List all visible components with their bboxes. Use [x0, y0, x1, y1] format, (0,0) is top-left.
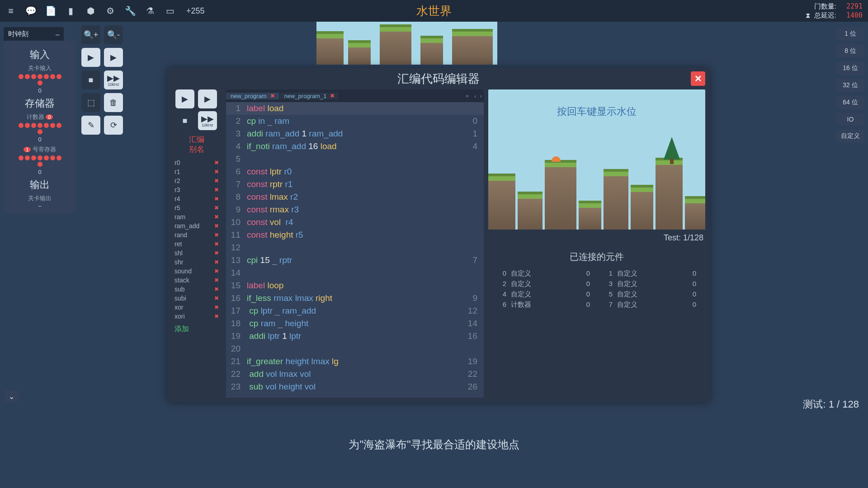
- file-icon[interactable]: 📄: [45, 5, 56, 16]
- code-line[interactable]: 9const rmax r3: [226, 203, 484, 216]
- code-line[interactable]: 6const lptr r0: [226, 165, 484, 178]
- alias-row[interactable]: r1✖: [172, 167, 222, 176]
- delete-alias-icon[interactable]: ✖: [214, 169, 219, 175]
- bit-32[interactable]: 32 位: [836, 79, 864, 92]
- code-line[interactable]: 22 add vol lmax vol22: [226, 368, 484, 380]
- code-line[interactable]: 13cpi 15 _ rptr7: [226, 254, 484, 267]
- delete-alias-icon[interactable]: ✖: [214, 205, 219, 211]
- stop-button[interactable]: ■: [81, 70, 100, 89]
- input-bits[interactable]: [17, 74, 62, 85]
- alias-row[interactable]: r4✖: [172, 194, 222, 203]
- delete-alias-icon[interactable]: ✖: [214, 241, 219, 247]
- bit-8[interactable]: 8 位: [836, 44, 864, 58]
- close-icon[interactable]: ✕: [691, 71, 705, 86]
- code-line[interactable]: 19 addi lptr 1 lptr16: [226, 330, 484, 343]
- counter-bits[interactable]: [17, 123, 62, 134]
- delete-alias-icon[interactable]: ✖: [214, 214, 219, 220]
- asm-stop-button[interactable]: ■: [175, 111, 194, 130]
- book-icon[interactable]: ▮: [65, 5, 76, 16]
- code-line[interactable]: 18 cp ram _ height14: [226, 317, 484, 330]
- bit-io[interactable]: IO: [836, 113, 864, 126]
- tab[interactable]: new_program✖: [226, 93, 280, 99]
- tab[interactable]: new_program_1✖: [280, 93, 340, 99]
- add-alias-button[interactable]: 添加: [172, 324, 189, 334]
- close-tab-icon[interactable]: ✖: [270, 93, 275, 99]
- code-line[interactable]: 14: [226, 267, 484, 279]
- delete-alias-icon[interactable]: ✖: [214, 295, 219, 301]
- delete-alias-icon[interactable]: ✖: [214, 313, 219, 319]
- wrench-icon[interactable]: 🔧: [125, 5, 136, 16]
- close-tab-icon[interactable]: ✖: [330, 93, 335, 99]
- alias-row[interactable]: xori✖: [172, 312, 222, 321]
- tree-icon[interactable]: ⬢: [85, 5, 96, 16]
- bit-64[interactable]: 64 位: [836, 96, 864, 109]
- code-line[interactable]: 23 sub vol height vol26: [226, 380, 484, 393]
- delete-alias-icon[interactable]: ✖: [214, 187, 219, 193]
- reg-bits[interactable]: [17, 155, 62, 167]
- menu-icon[interactable]: ≡: [5, 5, 16, 16]
- alias-row[interactable]: rand✖: [172, 230, 222, 239]
- asm-play-button[interactable]: ▶: [198, 89, 217, 108]
- alias-row[interactable]: ram✖: [172, 212, 222, 221]
- code-line[interactable]: 5: [226, 153, 484, 165]
- alias-row[interactable]: xor✖: [172, 303, 222, 312]
- bit-1[interactable]: 1 位: [836, 27, 864, 41]
- code-line[interactable]: 21if_greater height lmax lg19: [226, 355, 484, 368]
- code-line[interactable]: 17 cp lptr _ ram_add12: [226, 305, 484, 317]
- alias-row[interactable]: stack✖: [172, 276, 222, 285]
- alias-row[interactable]: ret✖: [172, 239, 222, 249]
- chat-icon[interactable]: 💬: [25, 5, 36, 16]
- delete-alias-icon[interactable]: ✖: [214, 250, 219, 256]
- code-line[interactable]: 16if_less rmax lmax right9: [226, 292, 484, 305]
- alias-row[interactable]: ram_add✖: [172, 221, 222, 230]
- add-tab-button[interactable]: +: [462, 93, 473, 99]
- asm-step-button[interactable]: ▶: [175, 89, 194, 108]
- fast-button[interactable]: ▶▶10kHz: [104, 70, 123, 89]
- delete-alias-icon[interactable]: ✖: [214, 268, 219, 274]
- clock-selector[interactable]: 时钟刻 –: [4, 27, 64, 41]
- refresh-icon[interactable]: ⟳: [104, 116, 123, 135]
- flask-icon[interactable]: ⚗: [145, 5, 156, 16]
- code-line[interactable]: 20: [226, 343, 484, 355]
- chip-icon[interactable]: ▭: [165, 5, 175, 16]
- plus-count[interactable]: +255: [186, 6, 205, 16]
- alias-row[interactable]: subi✖: [172, 294, 222, 303]
- tab-prev-icon[interactable]: ‹: [472, 93, 478, 99]
- delete-alias-icon[interactable]: ✖: [214, 223, 219, 229]
- delete-alias-icon[interactable]: ✖: [214, 277, 219, 283]
- edit-icon[interactable]: ✎: [81, 116, 100, 135]
- expand-icon[interactable]: ⌄: [5, 390, 18, 402]
- alias-row[interactable]: sound✖: [172, 267, 222, 276]
- bit-16[interactable]: 16 位: [836, 61, 864, 75]
- code-line[interactable]: 8const lmax r2: [226, 191, 484, 203]
- code-line[interactable]: 12: [226, 241, 484, 254]
- asm-fast-button[interactable]: ▶▶10kHz: [198, 111, 217, 130]
- delete-alias-icon[interactable]: ✖: [214, 304, 219, 310]
- code-line[interactable]: 4if_noti ram_add 16 load4: [226, 140, 484, 153]
- delete-icon[interactable]: 🗑: [104, 93, 123, 112]
- zoom-out-icon[interactable]: 🔍-: [104, 25, 123, 44]
- delete-alias-icon[interactable]: ✖: [214, 196, 219, 202]
- alias-row[interactable]: shl✖: [172, 249, 222, 258]
- code-editor[interactable]: 1label load2cp in _ ram03addi ram_add 1 …: [226, 102, 484, 398]
- delete-alias-icon[interactable]: ✖: [214, 160, 219, 166]
- code-line[interactable]: 7const rptr r1: [226, 178, 484, 191]
- play-button[interactable]: ▶: [104, 48, 123, 67]
- code-line[interactable]: 11const height r5: [226, 229, 484, 241]
- delete-alias-icon[interactable]: ✖: [214, 286, 219, 292]
- alias-row[interactable]: sub✖: [172, 285, 222, 294]
- bit-custom[interactable]: 自定义: [836, 129, 864, 143]
- delete-alias-icon[interactable]: ✖: [214, 232, 219, 238]
- delete-alias-icon[interactable]: ✖: [214, 178, 219, 184]
- alias-row[interactable]: shr✖: [172, 258, 222, 267]
- code-line[interactable]: 2cp in _ ram0: [226, 115, 484, 127]
- tab-next-icon[interactable]: ›: [478, 93, 484, 99]
- zoom-in-icon[interactable]: 🔍+: [81, 25, 100, 44]
- code-line[interactable]: 10const vol r4: [226, 216, 484, 229]
- code-line[interactable]: 1label load: [226, 102, 484, 115]
- select-icon[interactable]: ⬚: [81, 93, 100, 112]
- gear-icon[interactable]: ⚙: [105, 5, 116, 16]
- code-line[interactable]: 3addi ram_add 1 ram_add1: [226, 127, 484, 140]
- code-line[interactable]: 15label loop: [226, 279, 484, 292]
- alias-row[interactable]: r5✖: [172, 203, 222, 212]
